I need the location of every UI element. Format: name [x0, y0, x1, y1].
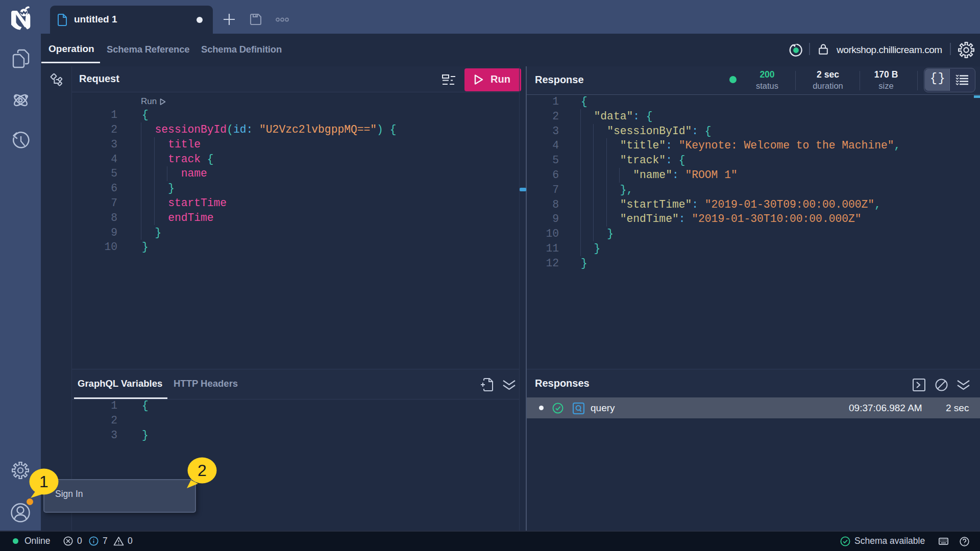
svg-text:2: 2: [198, 461, 207, 480]
svg-text:1: 1: [39, 472, 48, 491]
